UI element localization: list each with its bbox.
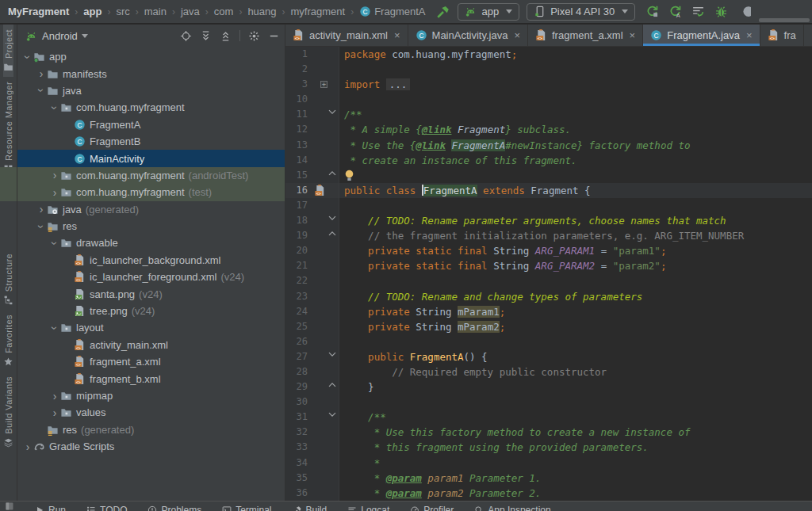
tabstrip-scrollbar[interactable] bbox=[759, 18, 810, 22]
tree-chevron-icon[interactable]: › bbox=[49, 186, 60, 199]
code-line-26[interactable]: 26 bbox=[285, 334, 812, 349]
expand-all-icon[interactable] bbox=[200, 30, 212, 42]
collapse-all-icon[interactable] bbox=[220, 30, 232, 42]
attach-debugger-icon[interactable] bbox=[737, 5, 751, 18]
chevron-fold-down-icon[interactable] bbox=[328, 109, 336, 115]
chevron-fold-up-icon[interactable] bbox=[328, 382, 336, 387]
toolwindow-button-app-inspection[interactable]: App Inspection bbox=[474, 501, 550, 511]
code-line-28[interactable]: 28 // Required empty public constructor bbox=[285, 364, 812, 379]
tree-item-drawable[interactable]: ›drawable bbox=[17, 235, 285, 251]
tab-close-icon[interactable]: × bbox=[746, 29, 753, 41]
tree-item-res[interactable]: ›res bbox=[17, 218, 285, 235]
editor-tab-mainactivity-java[interactable]: CMainActivity.java× bbox=[408, 25, 528, 46]
code-line-1[interactable]: 1package com.huang.myfragment; bbox=[285, 47, 812, 62]
tree-item-tree-png[interactable]: tree.png(v24) bbox=[17, 303, 285, 319]
tree-chevron-icon[interactable]: › bbox=[36, 67, 47, 80]
code-line-31[interactable]: 31 /** bbox=[285, 410, 812, 425]
toolwindow-button-profiler[interactable]: Profiler bbox=[410, 501, 454, 511]
editor-tab-fra[interactable]: <>fra bbox=[760, 25, 804, 46]
code-line-3[interactable]: 3+import ... bbox=[285, 77, 812, 92]
tree-item-manifests[interactable]: ›manifests bbox=[17, 65, 285, 82]
code-line-17[interactable]: 17 bbox=[285, 198, 812, 213]
related-layout-file-icon[interactable]: <> bbox=[314, 185, 326, 196]
tree-item-activity-main-xml[interactable]: <>activity_main.xml bbox=[17, 337, 285, 353]
toolwindow-button-logcat[interactable]: Logcat bbox=[347, 501, 389, 511]
apply-changes-restart-icon[interactable] bbox=[645, 5, 659, 18]
settings-icon[interactable] bbox=[248, 30, 260, 42]
stripe-button-project[interactable]: Project bbox=[3, 25, 13, 77]
tree-chevron-icon[interactable]: › bbox=[35, 85, 48, 96]
tree-item-fragmenta[interactable]: CFragmentA bbox=[17, 116, 285, 133]
tab-close-icon[interactable]: × bbox=[394, 29, 400, 41]
breadcrumb-item[interactable]: CFragmentA bbox=[359, 6, 425, 17]
tree-item-ic-launcher-foreground-xml[interactable]: <>ic_launcher_foreground.xml(v24) bbox=[17, 269, 285, 285]
toolwindow-button-terminal[interactable]: Terminal bbox=[222, 501, 271, 511]
project-view-selector[interactable]: Android bbox=[42, 30, 78, 42]
device-selector-dropdown[interactable]: Pixel 4 API 30 bbox=[527, 3, 635, 21]
chevron-fold-down-icon[interactable] bbox=[328, 412, 336, 418]
code-line-13[interactable]: 13 * Use the {@link FragmentA#newInstanc… bbox=[285, 138, 812, 153]
tree-item-gradle-scripts[interactable]: ›Gradle Scripts bbox=[17, 438, 285, 455]
code-line-21[interactable]: 21 private static final String ARG_PARAM… bbox=[285, 258, 812, 273]
editor-tab-activity-main-xml[interactable]: <>activity_main.xml× bbox=[285, 25, 408, 46]
tree-chevron-icon[interactable]: › bbox=[49, 390, 60, 402]
profile-icon[interactable] bbox=[691, 5, 705, 18]
breadcrumb-item[interactable]: com bbox=[214, 6, 234, 17]
toolwindow-button-run[interactable]: Run bbox=[35, 501, 66, 511]
stripe-button-build-variants[interactable]: Build Variants bbox=[3, 372, 13, 452]
hide-icon[interactable] bbox=[268, 30, 280, 42]
tree-item-mipmap[interactable]: ›mipmap bbox=[17, 387, 285, 404]
breadcrumb-item[interactable]: src bbox=[116, 6, 129, 17]
tree-item-fragment-a-xml[interactable]: <>fragment_a.xml bbox=[17, 353, 285, 370]
breadcrumb-item[interactable]: app bbox=[83, 6, 102, 17]
code-editor[interactable]: 1package com.huang.myfragment;23+import … bbox=[285, 47, 812, 501]
toolwindow-button-build[interactable]: Build bbox=[293, 501, 327, 511]
code-line-35[interactable]: 35 * @param param1 Parameter 1. bbox=[285, 471, 812, 486]
tree-chevron-icon[interactable]: › bbox=[35, 221, 48, 232]
code-line-16[interactable]: 16<>public class FragmentA extends Fragm… bbox=[285, 183, 812, 198]
tree-item-mainactivity[interactable]: CMainActivity bbox=[17, 150, 285, 166]
code-line-29[interactable]: 29 } bbox=[285, 379, 812, 395]
code-line-20[interactable]: 20 private static final String ARG_PARAM… bbox=[285, 243, 812, 258]
chevron-fold-up-icon[interactable] bbox=[328, 170, 336, 176]
code-line-30[interactable]: 30 bbox=[285, 395, 812, 410]
stripe-button-resource-manager[interactable]: Resource Manager bbox=[3, 77, 13, 179]
tab-close-icon[interactable]: × bbox=[514, 29, 520, 41]
tree-item-values[interactable]: ›values bbox=[17, 404, 285, 421]
chevron-down-icon[interactable] bbox=[82, 34, 88, 38]
editor-tab-fragmenta-java[interactable]: CFragmentA.java× bbox=[643, 25, 760, 46]
code-line-10[interactable]: 10 bbox=[285, 92, 812, 107]
code-line-19[interactable]: 19 // the fragment initialization parame… bbox=[285, 228, 812, 243]
editor-tab-fragment-a-xml[interactable]: <>fragment_a.xml× bbox=[528, 25, 643, 46]
code-line-14[interactable]: 14 * create an instance of this fragment… bbox=[285, 153, 812, 168]
tree-chevron-icon[interactable]: › bbox=[48, 102, 61, 113]
breadcrumb-item[interactable]: java bbox=[181, 6, 200, 17]
tree-item-java[interactable]: ›java bbox=[17, 82, 285, 99]
apply-code-changes-icon[interactable]: A bbox=[668, 5, 682, 18]
tree-chevron-icon[interactable]: › bbox=[48, 322, 61, 334]
code-line-34[interactable]: 34 * bbox=[285, 456, 812, 471]
tree-chevron-icon[interactable]: › bbox=[49, 169, 60, 181]
debug-icon[interactable] bbox=[714, 5, 728, 18]
chevron-fold-down-icon[interactable] bbox=[328, 352, 336, 357]
code-line-18[interactable]: 18 // TODO: Rename parameter arguments, … bbox=[285, 213, 812, 228]
stripe-button-favorites[interactable]: Favorites bbox=[3, 310, 13, 372]
toolwindow-button-problems[interactable]: Problems bbox=[147, 501, 201, 511]
tree-item-res[interactable]: res(generated) bbox=[17, 421, 285, 438]
hammer-icon[interactable] bbox=[436, 5, 450, 19]
tree-item-com-huang-myfragment[interactable]: ›com.huang.myfragment(test) bbox=[17, 184, 285, 200]
breadcrumb-item[interactable]: huang bbox=[247, 6, 276, 17]
tree-item-java[interactable]: ›java(generated) bbox=[17, 201, 285, 218]
code-line-24[interactable]: 24 private String mParam1; bbox=[285, 304, 812, 319]
code-line-32[interactable]: 32 * Use this factory method to create a… bbox=[285, 425, 812, 440]
lightbulb-icon[interactable] bbox=[344, 170, 354, 181]
chevron-fold-up-icon[interactable] bbox=[328, 231, 336, 236]
project-tree[interactable]: ›app›manifests›java›com.huang.myfragment… bbox=[17, 47, 285, 501]
locate-icon[interactable] bbox=[180, 30, 192, 42]
chevron-fold-down-icon[interactable] bbox=[328, 215, 336, 221]
code-line-33[interactable]: 33 * this fragment using the provided pa… bbox=[285, 440, 812, 455]
code-line-36[interactable]: 36 * @param param2 Parameter 2. bbox=[285, 486, 812, 501]
code-line-12[interactable]: 12 * A simple {@link Fragment} subclass. bbox=[285, 122, 812, 137]
tree-chevron-icon[interactable]: › bbox=[36, 203, 47, 215]
code-line-2[interactable]: 2 bbox=[285, 62, 812, 77]
